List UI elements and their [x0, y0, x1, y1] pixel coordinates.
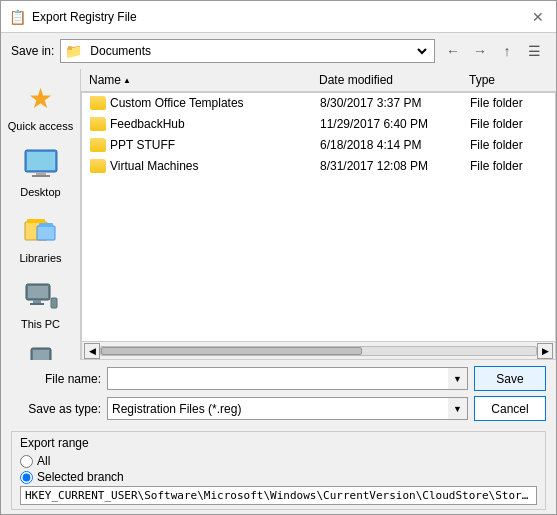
close-button[interactable]: ✕ [528, 7, 548, 27]
file-type-cell: File folder [462, 117, 555, 131]
dialog-icon: 📋 [9, 9, 26, 25]
file-list-header: Name ▲ Date modified Type [81, 69, 556, 92]
horizontal-scrollbar[interactable] [100, 346, 537, 356]
title-bar-left: 📋 Export Registry File [9, 9, 137, 25]
sort-arrow: ▲ [123, 76, 131, 85]
save-as-type-label: Save as type: [11, 402, 101, 416]
save-as-type-combo: ▼ [107, 397, 468, 420]
file-name-combo: ▼ [107, 367, 468, 390]
svg-rect-11 [30, 303, 44, 305]
bottom-section: File name: ▼ Save Save as type: ▼ Cancel [1, 360, 556, 427]
file-name-cell: Custom Office Templates [82, 96, 312, 110]
export-range-section: Export range All Selected branch HKEY_CU… [11, 431, 546, 510]
sidebar-item-libraries[interactable]: Libraries [5, 205, 77, 269]
network-icon [21, 342, 61, 360]
scroll-left-button[interactable]: ◀ [84, 343, 100, 359]
toolbar: Save in: 📁 Documents ← → ↑ ☰ [1, 33, 556, 69]
up-button[interactable]: ↑ [495, 39, 519, 63]
file-name-dropdown-arrow[interactable]: ▼ [448, 367, 468, 390]
sidebar-label-desktop: Desktop [20, 186, 60, 198]
file-name-cell: Virtual Machines [82, 159, 312, 173]
all-radio[interactable] [20, 455, 33, 468]
forward-button[interactable]: → [468, 39, 492, 63]
registry-path: HKEY_CURRENT_USER\Software\Microsoft\Win… [20, 486, 537, 505]
all-radio-row: All [20, 454, 537, 468]
file-date-cell: 8/30/2017 3:37 PM [312, 96, 462, 110]
table-row[interactable]: Custom Office Templates 8/30/2017 3:37 P… [82, 93, 555, 114]
sidebar-item-this-pc[interactable]: This PC [5, 271, 77, 335]
col-header-type[interactable]: Type [461, 71, 556, 89]
table-row[interactable]: PPT STUFF 6/18/2018 4:14 PM File folder [82, 135, 555, 156]
selected-branch-label[interactable]: Selected branch [37, 470, 124, 484]
col-header-date[interactable]: Date modified [311, 71, 461, 89]
svg-rect-9 [28, 286, 48, 298]
this-pc-icon [21, 276, 61, 316]
file-name-input[interactable] [107, 367, 448, 390]
views-button[interactable]: ☰ [522, 39, 546, 63]
all-radio-label[interactable]: All [37, 454, 50, 468]
svg-rect-5 [27, 219, 45, 223]
dialog-title: Export Registry File [32, 10, 137, 24]
export-range-title: Export range [20, 436, 537, 450]
folder-icon [90, 138, 106, 152]
file-date-cell: 6/18/2018 4:14 PM [312, 138, 462, 152]
desktop-icon [21, 144, 61, 184]
sidebar: Quick access Desktop [1, 69, 81, 360]
back-button[interactable]: ← [441, 39, 465, 63]
svg-rect-1 [27, 152, 55, 170]
toolbar-buttons: ← → ↑ ☰ [441, 39, 546, 63]
folder-icon [90, 159, 106, 173]
horizontal-scrollbar-area: ◀ ▶ [81, 342, 556, 360]
sidebar-label-this-pc: This PC [21, 318, 60, 330]
folder-icon-small: 📁 [65, 43, 82, 59]
file-name-label: File name: [11, 372, 101, 386]
cancel-button[interactable]: Cancel [474, 396, 546, 421]
save-as-type-dropdown-arrow[interactable]: ▼ [448, 397, 468, 420]
title-bar: 📋 Export Registry File ✕ [1, 1, 556, 33]
table-row[interactable]: FeedbackHub 11/29/2017 6:40 PM File fold… [82, 114, 555, 135]
svg-rect-3 [32, 175, 50, 177]
quick-access-icon [21, 78, 61, 118]
file-type-cell: File folder [462, 138, 555, 152]
scroll-right-button[interactable]: ▶ [537, 343, 553, 359]
save-in-label: Save in: [11, 44, 54, 58]
svg-rect-15 [33, 350, 49, 360]
sidebar-item-network[interactable]: Network [5, 337, 77, 360]
file-date-cell: 11/29/2017 6:40 PM [312, 117, 462, 131]
sidebar-item-quick-access[interactable]: Quick access [5, 73, 77, 137]
file-type-cell: File folder [462, 159, 555, 173]
file-list[interactable]: Custom Office Templates 8/30/2017 3:37 P… [81, 92, 556, 342]
table-row[interactable]: Virtual Machines 8/31/2017 12:08 PM File… [82, 156, 555, 177]
save-button[interactable]: Save [474, 366, 546, 391]
sidebar-label-quick-access: Quick access [8, 120, 73, 132]
svg-point-13 [53, 305, 55, 307]
save-in-select[interactable]: Documents [86, 43, 430, 59]
svg-rect-6 [37, 226, 55, 240]
libraries-icon [21, 210, 61, 250]
folder-icon [90, 96, 106, 110]
scrollbar-thumb[interactable] [101, 347, 362, 355]
file-list-area: Name ▲ Date modified Type Custom Office … [81, 69, 556, 360]
selected-radio-row: Selected branch [20, 470, 537, 484]
main-area: Quick access Desktop [1, 69, 556, 360]
file-name-cell: FeedbackHub [82, 117, 312, 131]
save-as-type-input[interactable] [107, 397, 448, 420]
save-as-type-row: Save as type: ▼ Cancel [11, 396, 546, 421]
selected-branch-radio[interactable] [20, 471, 33, 484]
svg-rect-7 [39, 223, 53, 227]
export-registry-dialog: 📋 Export Registry File ✕ Save in: 📁 Docu… [0, 0, 557, 515]
file-date-cell: 8/31/2017 12:08 PM [312, 159, 462, 173]
sidebar-label-libraries: Libraries [19, 252, 61, 264]
file-type-cell: File folder [462, 96, 555, 110]
save-in-combo[interactable]: 📁 Documents [60, 39, 435, 63]
folder-icon [90, 117, 106, 131]
file-name-row: File name: ▼ Save [11, 366, 546, 391]
sidebar-item-desktop[interactable]: Desktop [5, 139, 77, 203]
col-header-name[interactable]: Name ▲ [81, 71, 311, 89]
file-name-cell: PPT STUFF [82, 138, 312, 152]
